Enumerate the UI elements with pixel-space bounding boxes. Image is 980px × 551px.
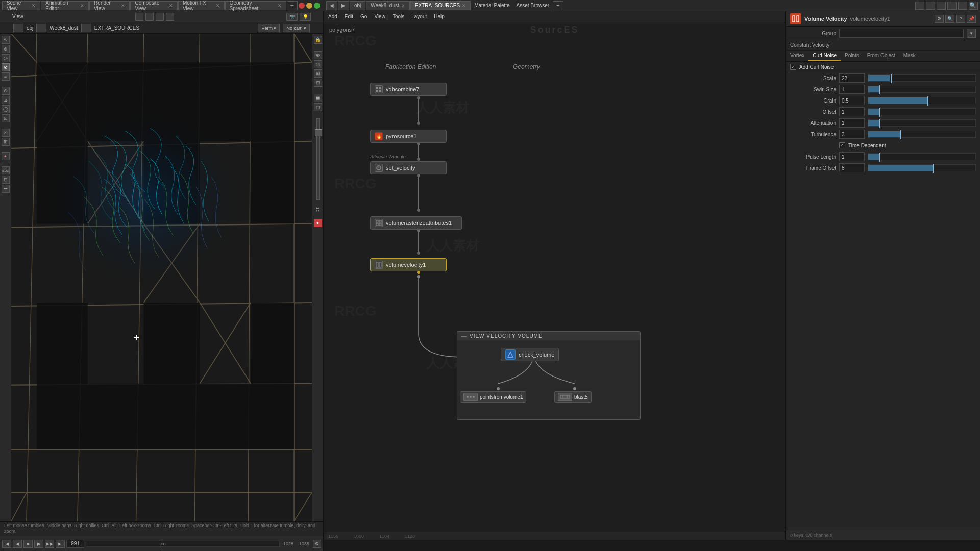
sub-node-check-volume[interactable]: check_volume xyxy=(501,348,559,361)
vp-tool-4[interactable] xyxy=(166,13,174,21)
tab-composite-view[interactable]: Composite View✕ xyxy=(130,1,178,10)
param-value-attenuation[interactable] xyxy=(839,118,865,128)
param-slider-frameoffset[interactable] xyxy=(868,164,976,171)
param-slider-pulse[interactable] xyxy=(868,153,976,160)
param-slider-swirl[interactable] xyxy=(868,86,976,93)
node-volumevelocity1[interactable]: volumevelocity1 xyxy=(370,258,447,271)
rs-tool-3[interactable]: ◎ xyxy=(314,60,322,68)
tl-play[interactable]: ▶ xyxy=(34,540,43,548)
vp-icon-light[interactable]: 💡 xyxy=(300,13,311,21)
menu-add[interactable]: Add xyxy=(328,14,337,19)
menu-go[interactable]: Go xyxy=(360,14,367,19)
sub-node-pointsfromvolume[interactable]: pointsfromvolume1 xyxy=(460,391,526,403)
vp-obj-btn[interactable] xyxy=(13,24,23,32)
add-tab-button[interactable]: + xyxy=(287,1,298,10)
menu-tools[interactable]: Tools xyxy=(393,14,404,19)
tl-end[interactable]: ▶| xyxy=(56,540,65,548)
tool-list[interactable]: ☰ xyxy=(2,185,10,193)
tab-geo-spreadsheet[interactable]: Geometry Spreadsheet✕ xyxy=(225,1,286,10)
vp-tool-1[interactable] xyxy=(135,13,143,21)
rs-tool-1[interactable]: 🔒 xyxy=(314,36,322,44)
tab-scene-view[interactable]: Scene View✕ xyxy=(2,1,40,10)
node-pyrosource1[interactable]: 🔥 pyrosource1 xyxy=(370,130,447,143)
time-dependent-checkbox[interactable]: ✓ xyxy=(839,142,845,148)
rs-tool-2[interactable]: ⊕ xyxy=(314,51,322,59)
tool-4[interactable]: ⊗ xyxy=(2,63,10,71)
vp-extra-btn[interactable] xyxy=(81,24,91,32)
vp-week-btn[interactable] xyxy=(36,24,46,32)
tool-8[interactable]: ◯ xyxy=(2,105,10,113)
tool-11[interactable]: ⊞ xyxy=(2,138,10,146)
tool-grid[interactable]: ⊟ xyxy=(2,176,10,184)
layout-btn-1[interactable] xyxy=(915,2,924,10)
tl-stop[interactable]: ■ xyxy=(23,540,33,548)
tab-mask[interactable]: Mask xyxy=(899,51,920,61)
rs-tool-4[interactable]: ⊞ xyxy=(314,69,322,78)
tool-3[interactable]: ◎ xyxy=(2,54,10,62)
tool-10[interactable]: ☉ xyxy=(2,129,10,137)
prop-gear-btn[interactable]: ⚙ xyxy=(935,15,944,23)
tool-2[interactable]: ⊕ xyxy=(2,45,10,53)
tab-material-palette[interactable]: Material Palette xyxy=(471,3,512,8)
window-close[interactable] xyxy=(299,3,305,9)
param-value-scale[interactable] xyxy=(839,73,865,83)
tl-settings[interactable]: ⚙ xyxy=(313,540,321,548)
window-minimize[interactable] xyxy=(306,3,312,9)
param-slider-scale[interactable] xyxy=(868,74,976,82)
param-value-turbulence[interactable] xyxy=(839,130,865,139)
node-volumerasterize[interactable]: volumerasterizeattributes1 xyxy=(370,216,462,230)
tab-week8-dust[interactable]: Week8_dust✕ xyxy=(366,1,409,10)
search-btn[interactable]: 🔍 xyxy=(969,2,978,10)
group-dropdown-btn[interactable]: ▼ xyxy=(967,29,976,38)
tab-animation-editor[interactable]: Animation Editor✕ xyxy=(41,1,89,10)
param-value-frameoffset[interactable] xyxy=(839,163,865,172)
param-value-offset[interactable] xyxy=(839,107,865,116)
rs-record[interactable]: ● xyxy=(314,219,322,227)
add-center-tab[interactable]: + xyxy=(553,1,564,10)
view-menu[interactable]: View xyxy=(12,14,23,19)
prop-search-btn[interactable]: 🔍 xyxy=(945,15,954,23)
tool-9[interactable]: ⊡ xyxy=(2,114,10,122)
tool-record[interactable]: ● xyxy=(2,152,10,160)
tab-from-object[interactable]: From Object xyxy=(863,51,899,61)
vp-tool-3[interactable] xyxy=(156,13,164,21)
param-slider-attenuation[interactable] xyxy=(868,119,976,127)
tab-motion-fx[interactable]: Motion FX View✕ xyxy=(178,1,225,10)
tab-asset-browser[interactable]: Asset Browser xyxy=(513,3,552,8)
nav-forward[interactable]: ▶ xyxy=(338,1,349,10)
timeline-track[interactable]: 991 xyxy=(86,541,280,547)
frame-number[interactable]: 991 xyxy=(66,540,84,548)
window-maximize[interactable] xyxy=(314,3,320,9)
tab-render-view[interactable]: Render View✕ xyxy=(89,1,130,10)
zoom-slider[interactable] xyxy=(316,118,320,200)
tool-abc[interactable]: abc xyxy=(2,166,10,174)
layout-btn-3[interactable] xyxy=(937,2,946,10)
menu-help[interactable]: Help xyxy=(434,14,445,19)
node-vdbcombine7[interactable]: vdbcombine7 xyxy=(370,83,447,96)
tl-start[interactable]: |◀ xyxy=(2,540,11,548)
param-value-pulse[interactable] xyxy=(839,152,865,161)
tool-5[interactable]: ≡ xyxy=(2,72,10,81)
group-input[interactable] xyxy=(839,29,964,38)
tl-prev[interactable]: ◀ xyxy=(13,540,22,548)
rs-tool-7[interactable]: ◻ xyxy=(314,103,322,111)
tool-6[interactable]: ⊙ xyxy=(2,87,10,95)
layout-btn-4[interactable] xyxy=(947,2,957,10)
menu-layout[interactable]: Layout xyxy=(411,14,427,19)
layout-btn-2[interactable] xyxy=(926,2,935,10)
perm-dropdown[interactable]: Perm ▾ xyxy=(258,24,280,32)
tool-select[interactable]: ↖ xyxy=(2,36,10,44)
add-curl-noise-checkbox[interactable]: ✓ xyxy=(790,64,796,70)
menu-view[interactable]: View xyxy=(374,14,385,19)
rs-tool-5[interactable]: ⊟ xyxy=(314,79,322,87)
tab-vortex[interactable]: Vortex xyxy=(786,51,808,61)
node-set-velocity[interactable]: set_velocity xyxy=(370,161,447,174)
rs-tool-6[interactable]: ◼ xyxy=(314,94,322,102)
prop-help-btn[interactable]: ? xyxy=(956,15,965,23)
param-value-swirl[interactable] xyxy=(839,85,865,94)
sub-node-blast5[interactable]: blast5 xyxy=(554,391,592,403)
param-slider-offset[interactable] xyxy=(868,108,976,115)
param-slider-grain[interactable] xyxy=(868,97,976,104)
tl-next[interactable]: ▶▶ xyxy=(45,540,54,548)
menu-edit[interactable]: Edit xyxy=(345,14,353,19)
